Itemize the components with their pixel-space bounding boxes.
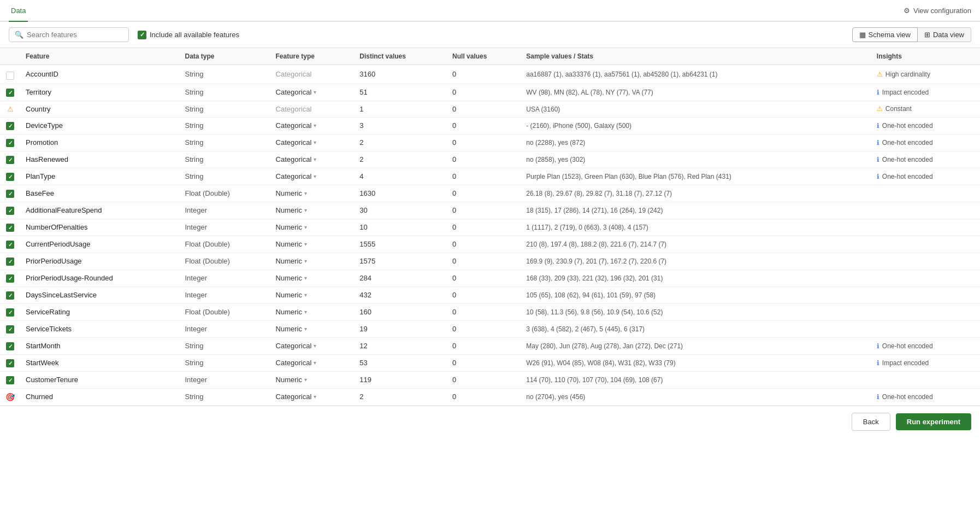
row-checkbox[interactable] — [6, 376, 14, 384]
schema-view-button[interactable]: ▦ Schema view — [852, 27, 918, 42]
sample-values-cell: W26 (91), W04 (85), W08 (84), W31 (82), … — [521, 354, 871, 371]
chevron-down-icon[interactable]: ▾ — [314, 394, 316, 400]
chevron-down-icon[interactable]: ▾ — [314, 139, 316, 145]
checkbox-cell[interactable] — [0, 286, 20, 303]
row-checkbox[interactable] — [6, 190, 14, 198]
sample-value: 3 (638), 4 (582), 2 (467), 5 (445), 6 (3… — [526, 325, 645, 333]
chevron-down-icon[interactable]: ▾ — [314, 122, 316, 128]
chevron-down-icon[interactable]: ▾ — [304, 258, 307, 264]
distinct-values-cell: 30 — [354, 202, 447, 219]
chevron-down-icon[interactable]: ▾ — [304, 190, 307, 196]
row-checkbox[interactable] — [6, 291, 14, 300]
row-checkbox[interactable] — [6, 173, 14, 181]
checkbox-cell[interactable] — [0, 253, 20, 270]
null-value: 0 — [452, 138, 456, 147]
chevron-down-icon[interactable]: ▾ — [304, 326, 307, 332]
checkbox-cell[interactable] — [0, 354, 20, 371]
row-checkbox[interactable] — [6, 342, 14, 350]
row-checkbox[interactable] — [6, 207, 14, 215]
null-values-cell: 0 — [447, 185, 521, 202]
feature-type-cell: Categorical▾ — [270, 117, 355, 134]
table-row: ServiceTickets Integer Numeric▾ 19 0 3 (… — [0, 320, 980, 337]
include-all-checkbox[interactable] — [138, 31, 146, 39]
row-checkbox[interactable] — [6, 241, 14, 249]
insight-text: Constant — [885, 105, 912, 113]
row-checkbox[interactable] — [6, 308, 14, 317]
feature-type-text: Categorical — [276, 70, 312, 78]
distinct-value: 12 — [359, 342, 367, 350]
data-type-value: Integer — [185, 376, 206, 384]
checkbox-cell[interactable] — [0, 270, 20, 286]
distinct-values-cell: 432 — [354, 286, 447, 303]
chevron-down-icon[interactable]: ▾ — [314, 173, 316, 179]
data-type-value: Integer — [185, 325, 206, 333]
view-configuration-button[interactable]: ⚙ View configuration — [904, 7, 971, 15]
chevron-down-icon[interactable]: ▾ — [314, 89, 316, 95]
row-checkbox[interactable] — [6, 359, 14, 367]
null-values-cell: 0 — [447, 371, 521, 388]
checkbox-cell[interactable] — [0, 117, 20, 134]
feature-type-cell: Categorical▾ — [270, 134, 355, 151]
row-checkbox[interactable] — [6, 139, 14, 147]
sample-value: no (2288), yes (872) — [526, 139, 585, 147]
row-checkbox[interactable] — [6, 224, 14, 232]
distinct-value: 30 — [359, 206, 367, 214]
feature-type-text: Categorical — [276, 393, 312, 401]
run-experiment-button[interactable]: Run experiment — [896, 413, 971, 430]
search-input[interactable] — [27, 31, 123, 39]
checkbox-cell[interactable] — [0, 303, 20, 320]
checkbox-cell[interactable] — [0, 65, 20, 84]
row-checkbox[interactable] — [6, 89, 14, 97]
info-insight-icon: ℹ — [877, 173, 879, 180]
null-value: 0 — [452, 189, 456, 197]
row-checkbox[interactable] — [6, 258, 14, 266]
chevron-down-icon[interactable]: ▾ — [304, 207, 307, 213]
checkbox-cell[interactable] — [0, 219, 20, 236]
chevron-down-icon[interactable]: ▾ — [314, 156, 316, 162]
null-value: 0 — [452, 393, 456, 401]
feature-name: HasRenewed — [26, 155, 68, 163]
sample-values-cell: no (2858), yes (302) — [521, 151, 871, 168]
sample-values-cell: May (280), Jun (278), Aug (278), Jan (27… — [521, 337, 871, 354]
col-header-distinct-values: Distinct values — [354, 48, 447, 65]
row-checkbox[interactable] — [6, 72, 14, 80]
col-header-data-type: Data type — [179, 48, 270, 65]
insight-text: One-hot encoded — [882, 139, 933, 147]
include-all-checkbox-label[interactable]: Include all available features — [138, 31, 239, 39]
tab-data[interactable]: Data — [9, 0, 28, 22]
null-value: 0 — [452, 70, 456, 78]
chevron-down-icon[interactable]: ▾ — [304, 241, 307, 247]
data-type-value: Integer — [185, 206, 206, 214]
chevron-down-icon[interactable]: ▾ — [304, 292, 307, 298]
insight-text: One-hot encoded — [882, 122, 933, 130]
checkbox-cell[interactable] — [0, 84, 20, 101]
back-button[interactable]: Back — [852, 413, 890, 431]
checkbox-cell[interactable] — [0, 337, 20, 354]
checkbox-cell[interactable] — [0, 134, 20, 151]
feature-type-text: Numeric — [276, 325, 302, 333]
feature-name: AccountID — [26, 70, 58, 78]
checkbox-cell[interactable] — [0, 185, 20, 202]
row-checkbox[interactable] — [6, 156, 14, 164]
checkbox-cell[interactable] — [0, 371, 20, 388]
chevron-down-icon[interactable]: ▾ — [304, 275, 307, 281]
data-view-button[interactable]: ⊞ Data view — [918, 27, 971, 42]
row-checkbox[interactable] — [6, 122, 14, 130]
chevron-down-icon[interactable]: ▾ — [304, 224, 307, 230]
data-type-cell: Float (Double) — [179, 303, 270, 320]
checkbox-cell[interactable] — [0, 236, 20, 253]
checkbox-cell[interactable]: ⚠ — [0, 101, 20, 117]
checkbox-cell[interactable] — [0, 202, 20, 219]
chevron-down-icon[interactable]: ▾ — [304, 309, 307, 315]
checkbox-cell[interactable] — [0, 151, 20, 168]
row-checkbox[interactable] — [6, 274, 14, 283]
chevron-down-icon[interactable]: ▾ — [304, 377, 307, 383]
checkbox-cell[interactable] — [0, 320, 20, 337]
checkbox-cell[interactable] — [0, 168, 20, 185]
data-type-cell: String — [179, 354, 270, 371]
chevron-down-icon[interactable]: ▾ — [314, 343, 316, 349]
checkbox-cell[interactable]: 🎯 — [0, 388, 20, 405]
row-checkbox[interactable] — [6, 325, 14, 333]
sample-values-cell: no (2704), yes (456) — [521, 388, 871, 405]
chevron-down-icon[interactable]: ▾ — [314, 360, 316, 366]
